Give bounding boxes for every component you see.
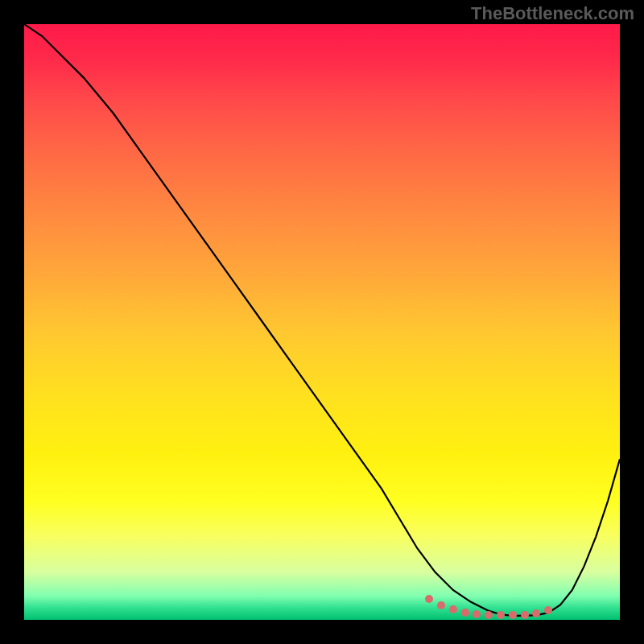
highlight-dot [509,611,517,619]
highlight-dot [473,610,481,618]
highlight-dot [497,611,505,619]
highlight-dot [425,595,433,603]
highlight-dot [521,611,529,619]
chart-plot-area [24,24,620,620]
highlight-dot [544,606,552,614]
chart-highlight-dots [24,24,620,620]
highlight-dot [437,601,445,609]
highlight-dot [449,605,457,613]
highlight-dot [461,609,469,617]
highlight-dot [485,611,493,619]
watermark-text: TheBottleneck.com [471,3,634,24]
highlight-dot [532,609,540,617]
